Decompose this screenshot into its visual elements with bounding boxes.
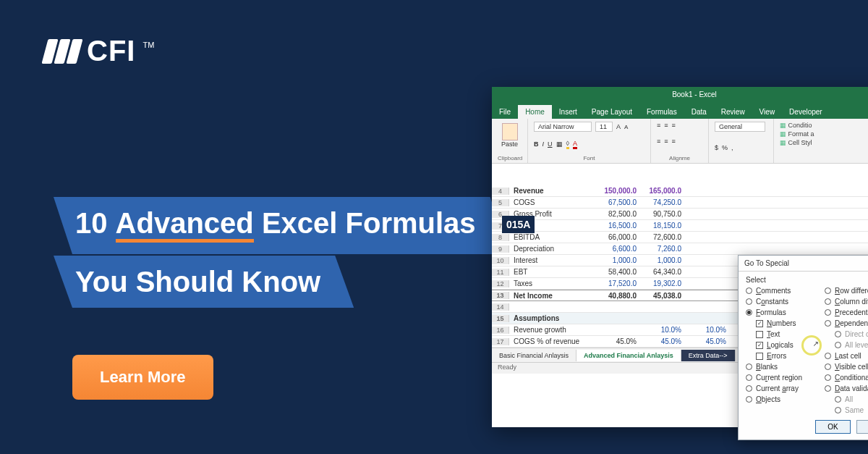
italic-button[interactable]: I [542, 140, 545, 148]
grid-row[interactable]: 7SG&A16,500.018,150.0 [492, 220, 868, 232]
cell-value[interactable]: 1,000.0 [641, 256, 686, 264]
dialog-option-precedents[interactable]: Precedents [825, 308, 868, 316]
cell-value[interactable]: 16,500.0 [596, 222, 641, 230]
dialog-option-dependents[interactable]: Dependents [825, 319, 868, 327]
cell-value[interactable]: 66,000.0 [596, 233, 641, 241]
cell-value[interactable]: 7,260.0 [641, 245, 686, 253]
align-top-icon[interactable]: ≡ [657, 122, 660, 129]
cell-label[interactable]: Revenue growth [509, 326, 596, 334]
format-as-table-button[interactable]: Format a [780, 130, 868, 138]
dialog-option-conditional-forma[interactable]: Conditional forma [825, 374, 868, 382]
cell-value[interactable]: 18,150.0 [641, 222, 686, 230]
cell-value[interactable]: 165,000.0 [641, 187, 686, 195]
cell-label[interactable]: EBT [509, 268, 596, 276]
grid-row[interactable]: 8EBITDA66,000.072,600.0 [492, 232, 868, 243]
row-number[interactable]: 5 [492, 199, 509, 206]
ribbon-tab-insert[interactable]: Insert [552, 105, 584, 119]
cell-value[interactable]: 45,038.0 [641, 292, 686, 300]
dialog-option-constants[interactable]: Constants [746, 298, 817, 306]
sheet-tab[interactable]: Advanced Financial Anlaysis [576, 350, 681, 361]
dialog-option-logicals[interactable]: Logicals↖ [756, 341, 817, 349]
cell-value[interactable]: 82,500.0 [596, 210, 641, 218]
ribbon-tab-review[interactable]: Review [714, 105, 752, 119]
align-middle-icon[interactable]: ≡ [664, 122, 668, 129]
cell-value[interactable]: 150,000.0 [596, 187, 641, 195]
font-color-icon[interactable]: A [573, 140, 577, 149]
sheet-tab[interactable]: Extra Data--> [681, 350, 736, 361]
cell-label[interactable]: COGS % of revenue [509, 337, 596, 345]
cell-label[interactable]: Depreciation [509, 245, 596, 253]
number-format-select[interactable]: General [715, 122, 765, 132]
dialog-option-blanks[interactable]: Blanks [746, 363, 817, 371]
row-number[interactable]: 9 [492, 245, 509, 253]
cell-value[interactable]: 64,340.0 [641, 268, 686, 276]
row-number[interactable]: 13 [492, 292, 509, 299]
dialog-option-data-validation[interactable]: Data validation [825, 384, 868, 392]
fill-color-icon[interactable]: ◊ [566, 140, 569, 149]
grid-row[interactable]: 9Depreciation6,600.07,260.0 [492, 243, 868, 255]
cell-value[interactable]: 45.0% [641, 337, 686, 345]
cell-value[interactable]: 67,500.0 [596, 198, 641, 206]
row-number[interactable]: 10 [492, 257, 509, 264]
dialog-option-numbers[interactable]: Numbers [756, 319, 817, 327]
dialog-option-row-differences[interactable]: Row differences [825, 287, 868, 295]
cell-value[interactable]: 40,880.0 [596, 292, 641, 300]
cell-value[interactable]: 45.0% [686, 337, 731, 345]
cell-label[interactable]: COGS [509, 198, 596, 206]
cell-label[interactable]: Interest [509, 256, 596, 264]
cell-label[interactable]: Assumptions [509, 314, 596, 322]
border-icon[interactable]: ▦ [556, 140, 563, 148]
cell-styles-button[interactable]: Cell Styl [780, 139, 868, 146]
cell-value[interactable]: 17,520.0 [596, 279, 641, 287]
dialog-option-visible-cells-only[interactable]: Visible cells only [825, 363, 868, 371]
row-number[interactable]: 4 [492, 188, 509, 195]
ribbon-tab-formulas[interactable]: Formulas [639, 105, 684, 119]
cell-value[interactable]: 10.0% [641, 326, 686, 334]
ribbon-tab-developer[interactable]: Developer [782, 105, 830, 119]
dialog-option-column-difference[interactable]: Column difference [825, 298, 868, 306]
cell-label[interactable]: EBITDA [509, 233, 596, 241]
align-left-icon[interactable]: ≡ [657, 138, 660, 145]
grid-row[interactable]: 4Revenue150,000.0165,000.0 [492, 185, 868, 197]
cell-label[interactable]: Taxes [509, 279, 596, 287]
ribbon-tab-view[interactable]: View [752, 105, 783, 119]
row-number[interactable]: 12 [492, 280, 509, 287]
font-name-select[interactable]: Arial Narrow [534, 122, 592, 132]
dialog-ok-button[interactable]: OK [815, 420, 850, 434]
align-right-icon[interactable]: ≡ [672, 138, 676, 145]
paste-button[interactable]: Paste [498, 122, 522, 148]
cell-value[interactable]: 10.0% [686, 326, 731, 334]
ribbon-tab-file[interactable]: File [492, 105, 518, 119]
font-size-select[interactable]: 11 [595, 122, 613, 132]
grid-row[interactable]: 5COGS67,500.074,250.0 [492, 197, 868, 209]
cell-label[interactable]: Revenue [509, 187, 596, 195]
currency-icon[interactable]: $ [715, 144, 718, 151]
cell-value[interactable]: 19,302.0 [641, 279, 686, 287]
ribbon-tab-page-layout[interactable]: Page Layout [584, 105, 639, 119]
underline-button[interactable]: U [548, 140, 553, 148]
align-bottom-icon[interactable]: ≡ [672, 122, 676, 129]
dialog-cancel-button[interactable]: Canc [856, 420, 868, 434]
row-number[interactable]: 14 [492, 303, 509, 311]
cell-value[interactable]: 58,400.0 [596, 268, 641, 276]
cell-label[interactable]: Net Income [509, 292, 596, 300]
learn-more-button[interactable]: Learn More [72, 355, 213, 400]
comma-icon[interactable]: , [731, 144, 733, 151]
row-number[interactable]: 15 [492, 315, 509, 322]
dialog-option-comments[interactable]: Comments [746, 287, 817, 295]
row-number[interactable]: 8 [492, 234, 509, 241]
dialog-option-last-cell[interactable]: Last cell [825, 352, 868, 360]
conditional-formatting-button[interactable]: Conditio [780, 122, 868, 129]
cell-value[interactable]: 6,600.0 [596, 245, 641, 253]
grid-row[interactable]: 6Gross Profit82,500.090,750.0 [492, 209, 868, 220]
row-number[interactable]: 17 [492, 338, 509, 345]
dialog-option-formulas[interactable]: Formulas [746, 308, 817, 316]
cell-value[interactable]: 45.0% [596, 337, 641, 345]
dialog-option-objects[interactable]: Objects [746, 395, 817, 403]
bold-button[interactable]: B [534, 140, 539, 148]
cell-value[interactable]: 74,250.0 [641, 198, 686, 206]
row-number[interactable]: 16 [492, 327, 509, 334]
cell-value[interactable]: 1,000.0 [596, 256, 641, 264]
cell-value[interactable]: 90,750.0 [641, 210, 686, 218]
cell-value[interactable]: 72,600.0 [641, 233, 686, 241]
